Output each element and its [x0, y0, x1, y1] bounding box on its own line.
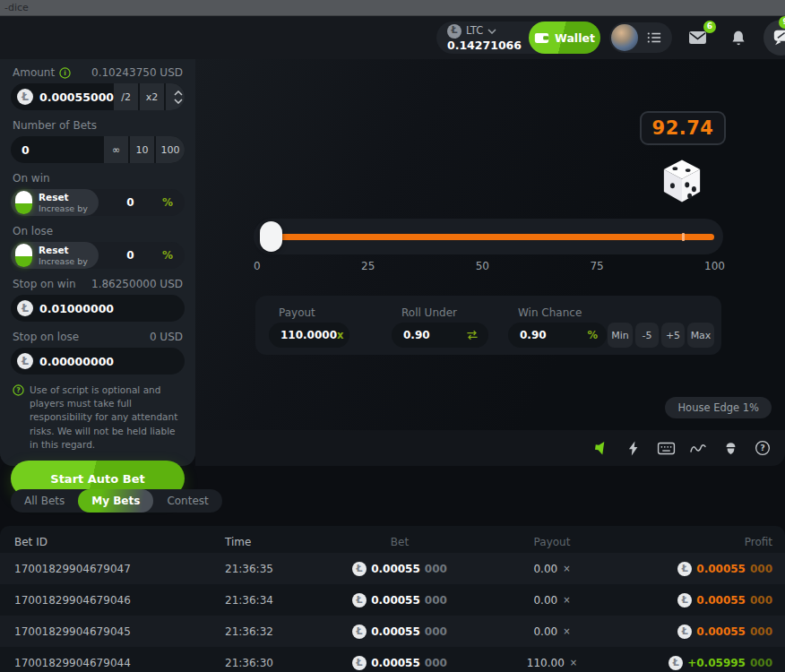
- on-win-value[interactable]: 0: [99, 196, 162, 209]
- ltc-coin-icon: Ł: [352, 625, 367, 639]
- ltc-coin-icon: Ł: [17, 89, 33, 105]
- chevron-down-icon: [487, 29, 496, 34]
- table-row[interactable]: 17001829904679044 21:36:30 Ł 0.00055000 …: [0, 647, 785, 672]
- chance-min-button[interactable]: Min: [608, 323, 633, 348]
- on-lose-percent: %: [162, 249, 173, 262]
- win-chance-input[interactable]: 0.90 %: [508, 323, 607, 348]
- speaker-icon: [593, 440, 610, 456]
- profile-menu[interactable]: [609, 22, 672, 53]
- bet-payout: 0.00×: [480, 594, 624, 607]
- ltc-coin-icon: Ł: [677, 593, 692, 607]
- bet-payout: 0.00×: [480, 563, 624, 575]
- chat-icon: [772, 29, 785, 47]
- preset-10-button[interactable]: 10: [130, 136, 154, 163]
- ltc-coin-icon: Ł: [352, 656, 367, 670]
- bet-profit: Ł 0.00055000: [624, 625, 772, 639]
- notifications-button[interactable]: [728, 27, 749, 48]
- question-circle-icon: ?: [755, 440, 771, 456]
- stop-lose-input[interactable]: Ł 0.00000000: [11, 348, 185, 375]
- currency-code: LTC: [466, 25, 483, 37]
- slider-handle[interactable]: [260, 221, 282, 252]
- hotkeys-button[interactable]: [656, 438, 676, 458]
- double-bet-button[interactable]: x2: [140, 83, 164, 110]
- ltc-coin-icon: Ł: [17, 353, 33, 369]
- turbo-button[interactable]: [624, 438, 643, 458]
- help-button[interactable]: ?: [753, 438, 772, 458]
- bet-time: 21:36:30: [225, 657, 319, 669]
- bet-id: 17001829904679047: [14, 563, 225, 575]
- half-bet-button[interactable]: /2: [114, 83, 138, 110]
- ltc-coin-icon: Ł: [352, 562, 367, 576]
- fairness-seed-icon: [723, 440, 738, 457]
- mail-icon: [688, 30, 707, 46]
- on-lose-value[interactable]: 0: [99, 249, 162, 262]
- tab-all-bets[interactable]: All Bets: [11, 489, 78, 513]
- amount-input[interactable]: Ł 0.00055000: [11, 89, 114, 105]
- chance-max-button[interactable]: Max: [687, 323, 714, 348]
- tab-my-bets[interactable]: My Bets: [78, 489, 153, 513]
- svg-text:?: ?: [16, 386, 21, 394]
- preset-100-button[interactable]: 100: [156, 136, 185, 163]
- on-win-percent: %: [162, 196, 173, 209]
- dice-game-stage: 92.74 0 25 50 75: [195, 59, 785, 466]
- chevron-down-icon: [174, 99, 183, 104]
- table-row[interactable]: 17001829904679046 21:36:34 Ł 0.00055000 …: [0, 584, 785, 616]
- roll-slider-track[interactable]: [254, 219, 723, 254]
- chance-minus5-button[interactable]: -5: [635, 323, 659, 348]
- bet-time: 21:36:35: [225, 563, 319, 575]
- ltc-coin-icon: Ł: [352, 593, 367, 607]
- num-bets-input-group: 0 ∞ 10 100: [11, 136, 185, 163]
- stop-win-input[interactable]: Ł 0.01000000: [11, 295, 185, 322]
- table-row[interactable]: 17001829904679045 21:36:32 Ł 0.00055000 …: [0, 616, 785, 647]
- game-toolbar: ?: [195, 430, 785, 466]
- wallet-icon: [534, 31, 549, 44]
- roll-under-input[interactable]: 0.90: [392, 323, 488, 348]
- swap-icon[interactable]: [465, 329, 479, 341]
- currency-wallet-group: Ł LTC 0.14271066 Wallet: [436, 22, 600, 54]
- on-lose-mode-toggle[interactable]: Reset Increase by: [11, 242, 99, 269]
- messages-button[interactable]: 6: [686, 27, 708, 48]
- wallet-balance: 0.14271066: [447, 39, 522, 52]
- menu-list-icon: [646, 30, 662, 45]
- chance-plus5-button[interactable]: +5: [661, 323, 685, 348]
- table-row[interactable]: 17001829904679047 21:36:35 Ł 0.00055000 …: [0, 553, 785, 584]
- roll-under-label: Roll Under: [401, 306, 457, 319]
- on-win-mode-toggle[interactable]: Reset Increase by: [11, 189, 99, 216]
- game-card: Amount i 0.10243750 USD Ł 0.00055000 /2 …: [0, 59, 785, 466]
- on-lose-control: Reset Increase by 0 %: [11, 242, 185, 269]
- payout-input[interactable]: 110.0000 x: [269, 323, 349, 348]
- chevron-up-icon: [174, 90, 183, 96]
- browser-tab-strip: -dice: [0, 0, 785, 16]
- toggle-icon: [15, 244, 32, 267]
- browser-tab-title[interactable]: -dice: [4, 2, 29, 13]
- infinite-bets-button[interactable]: ∞: [104, 136, 128, 163]
- ltc-coin-icon: Ł: [17, 300, 33, 316]
- house-edge-badge: House Edge 1%: [665, 397, 772, 418]
- avatar: [611, 24, 638, 51]
- svg-text:i: i: [64, 69, 66, 77]
- trends-curve-icon: [689, 441, 707, 455]
- amount-stepper[interactable]: [166, 83, 185, 110]
- ltc-coin-icon: Ł: [677, 625, 692, 639]
- on-lose-label: On lose: [13, 225, 53, 237]
- num-bets-input[interactable]: 0: [11, 143, 104, 157]
- ltc-coin-icon: Ł: [669, 656, 683, 670]
- bets-history-section: All Bets My Bets Contest Bet ID Time Bet…: [0, 466, 785, 672]
- trends-button[interactable]: [688, 438, 708, 458]
- on-win-control: Reset Increase by 0 %: [11, 189, 185, 216]
- ltc-coin-icon: Ł: [447, 24, 462, 39]
- stop-win-usd: 1.86250000 USD: [91, 278, 183, 290]
- wallet-button[interactable]: Wallet: [529, 22, 600, 54]
- slider-scale: 0 25 50 75 100: [254, 260, 725, 272]
- bell-icon: [730, 29, 746, 47]
- info-icon[interactable]: i: [59, 67, 71, 79]
- fairness-button[interactable]: [720, 438, 740, 458]
- sound-button[interactable]: [591, 438, 611, 458]
- bet-payout: 110.00×: [480, 657, 624, 669]
- script-disclaimer: ? Use of script is optional and players …: [11, 383, 185, 452]
- svg-text:?: ?: [760, 444, 764, 452]
- bet-amount: Ł 0.00055000: [319, 562, 480, 576]
- chat-button[interactable]: 99: [763, 20, 785, 56]
- tab-contest[interactable]: Contest: [153, 489, 221, 513]
- amount-input-group: Ł 0.00055000 /2 x2: [11, 83, 185, 110]
